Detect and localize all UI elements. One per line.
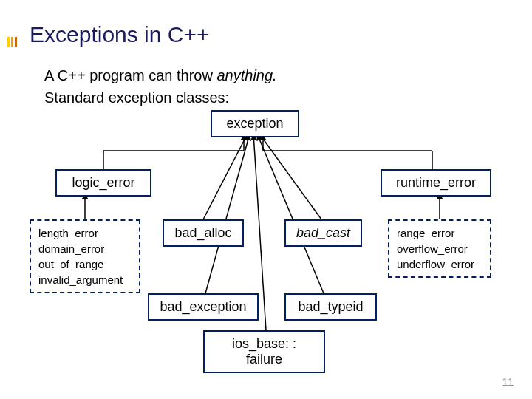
- child-domain-error: domain_error: [38, 241, 132, 256]
- svg-line-7: [259, 134, 321, 219]
- node-bad-typeid: bad_typeid: [284, 293, 377, 321]
- node-exception: exception: [211, 110, 299, 137]
- child-overflow-error: overflow_error: [397, 241, 482, 256]
- slide-title: Exceptions in C++: [30, 22, 502, 47]
- svg-line-6: [203, 134, 248, 219]
- intro-text-a: A C++ program can throw: [44, 67, 216, 83]
- node-logic-error: logic_error: [55, 169, 151, 197]
- logic-error-children: length_error domain_error out_of_range i…: [30, 219, 140, 293]
- child-invalid-argument: invalid_argument: [38, 272, 132, 287]
- child-range-error: range_error: [397, 225, 482, 241]
- page-number: 11: [502, 376, 514, 388]
- node-ios-base-failure: ios_base: : failure: [203, 330, 325, 373]
- svg-line-9: [257, 134, 324, 293]
- child-underflow-error: underflow_error: [397, 256, 482, 272]
- child-out-of-range: out_of_range: [38, 256, 132, 272]
- exception-hierarchy-diagram: exception logic_error runtime_error leng…: [30, 110, 502, 361]
- node-bad-cast: bad_cast: [284, 219, 362, 247]
- child-length-error: length_error: [38, 225, 132, 241]
- svg-line-8: [205, 134, 250, 293]
- accent-bars: [7, 37, 17, 47]
- node-runtime-error: runtime_error: [381, 169, 491, 197]
- runtime-error-children: range_error overflow_error underflow_err…: [388, 219, 491, 278]
- node-bad-alloc: bad_alloc: [163, 219, 244, 247]
- intro-text-b: anything.: [216, 67, 276, 83]
- intro-line-1: A C++ program can throw anything.: [44, 66, 502, 85]
- node-bad-exception: bad_exception: [148, 293, 259, 321]
- intro-line-2: Standard exception classes:: [44, 88, 502, 107]
